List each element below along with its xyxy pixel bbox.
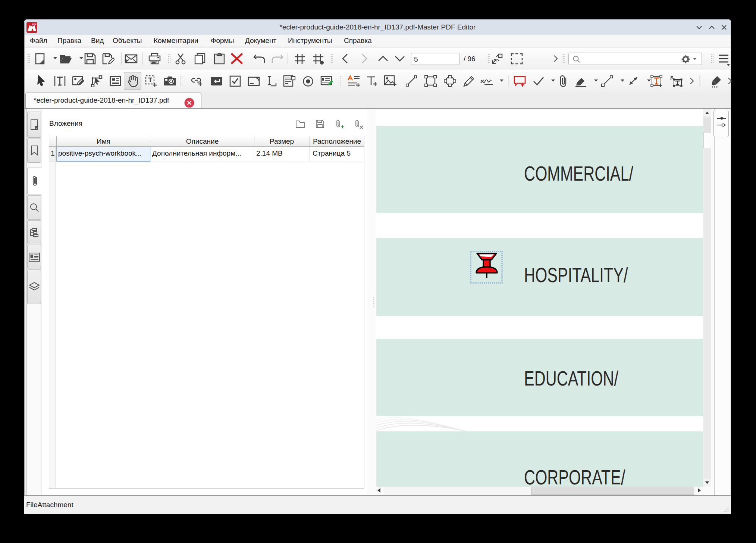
svg-text:PDF: PDF [32,23,37,25]
